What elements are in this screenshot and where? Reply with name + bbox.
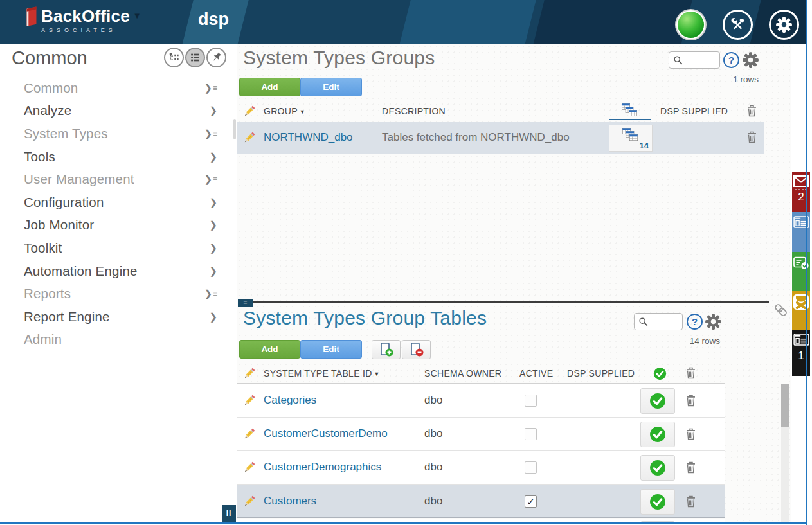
delete-icon[interactable] [685, 395, 696, 407]
admin-tools-button[interactable] [723, 10, 753, 40]
sidebar-collapse-tab[interactable]: II [222, 505, 236, 522]
submenu-list-icon: ≡ [213, 129, 217, 138]
schema-owner-cell: dbo [424, 461, 442, 474]
search-icon [638, 317, 648, 326]
sidebar-item-user-management[interactable]: User Management ❯≡ [0, 168, 233, 191]
tree-view-button[interactable] [164, 48, 184, 67]
column-header-dsp-supplied[interactable]: DSP SUPPLIED [660, 106, 728, 116]
sidebar-item-tools[interactable]: Tools ❯ [0, 145, 233, 168]
add-button[interactable]: Add [239, 340, 300, 359]
scrollbar-thumb[interactable] [781, 384, 789, 427]
search-input[interactable] [648, 314, 682, 330]
table-id-link[interactable]: Categories [264, 394, 316, 407]
table-row[interactable]: Categories dbo ✓ [237, 384, 725, 418]
sidebar-item-admin[interactable]: Admin [0, 328, 233, 351]
submenu-list-icon: ≡ [213, 289, 217, 298]
sidebar-item-system-types[interactable]: System Types ❯≡ [0, 122, 233, 145]
table-id-link[interactable]: CustomerDemographics [264, 461, 381, 474]
tree-view-icon [168, 51, 180, 64]
active-checkbox[interactable]: ✓ [525, 428, 537, 440]
sidebar-item-analyze[interactable]: Analyze ❯ [0, 100, 233, 123]
sidebar-item-reports[interactable]: Reports ❯≡ [0, 282, 233, 305]
sort-desc-icon: ▼ [374, 371, 380, 377]
column-header-description[interactable]: DESCRIPTION [382, 106, 446, 116]
remove-tables-button[interactable] [402, 340, 431, 359]
brand-flag-icon [24, 6, 39, 27]
table-row[interactable]: CustomerCustomerDemo dbo ✓ [237, 418, 725, 451]
activate-button[interactable] [640, 388, 675, 414]
delete-column-icon [746, 105, 757, 117]
dock-divider [795, 189, 807, 190]
page-title: System Types Groups [243, 47, 435, 69]
help-button[interactable]: ? [687, 314, 703, 330]
edit-pencil-icon [242, 105, 256, 118]
sidebar-item-automation-engine[interactable]: Automation Engine ❯ [0, 260, 233, 283]
window-border-bottom [0, 522, 807, 524]
edit-pencil-icon[interactable] [242, 394, 256, 407]
pin-button[interactable] [206, 48, 226, 67]
edit-pencil-icon[interactable] [242, 131, 256, 145]
sidebar-item-job-monitor[interactable]: Job Monitor ❯ [0, 214, 233, 237]
sidebar-item-common[interactable]: Common ❯≡ [0, 76, 233, 100]
brand-caret-icon[interactable]: ▼ [133, 6, 141, 26]
edit-button[interactable]: Edit [300, 78, 362, 96]
column-header-active[interactable]: ACTIVE [519, 368, 553, 378]
column-header-group[interactable]: GROUP▼ [264, 106, 305, 116]
activate-button[interactable] [640, 489, 675, 515]
check-circle-icon [649, 426, 666, 443]
table-id-link[interactable]: Customers [264, 495, 316, 508]
sidebar-scrollbar-thumb[interactable] [233, 119, 236, 139]
add-button[interactable]: Add [239, 78, 300, 96]
check-icon: ✓ [527, 497, 535, 506]
gear-icon [775, 16, 793, 33]
tables-drilldown-button[interactable]: 14 [609, 125, 653, 152]
vertical-scrollbar[interactable] [781, 384, 789, 522]
delete-icon[interactable] [685, 495, 696, 508]
tools-icon [730, 17, 746, 33]
active-checkbox[interactable]: ✓ [525, 395, 537, 407]
dock-divider [795, 348, 807, 348]
check-circle-icon [649, 459, 666, 476]
help-button[interactable]: ? [723, 52, 739, 68]
delete-icon[interactable] [746, 131, 757, 143]
edit-pencil-icon[interactable] [242, 461, 256, 474]
activate-button[interactable] [640, 455, 675, 481]
add-tables-button[interactable] [372, 340, 401, 359]
row-count: 14 rows [643, 336, 720, 346]
column-header-table-id[interactable]: SYSTEM TYPE TABLE ID▼ [264, 368, 380, 378]
column-header-schema-owner[interactable]: SCHEMA OWNER [424, 368, 501, 378]
table-row[interactable]: CustomerDemographics dbo ✓ [237, 451, 725, 485]
edit-pencil-icon[interactable] [242, 427, 256, 441]
page-title: System Types Group Tables [243, 307, 487, 329]
column-header-dsp-supplied[interactable]: DSP SUPPLIED [567, 368, 635, 378]
sidebar-item-toolkit[interactable]: Toolkit ❯ [0, 236, 233, 260]
system-types-groups-panel: System Types Groups ? 1 rows Add Edit GR… [237, 44, 791, 300]
sidebar-view-switcher [164, 48, 226, 67]
grid-settings-button[interactable] [742, 51, 759, 71]
sidebar-item-report-engine[interactable]: Report Engine ❯ [0, 305, 233, 328]
settings-button[interactable] [769, 10, 799, 40]
tables-column-icon[interactable] [622, 103, 638, 118]
description-cell: Tables fetched from NORTHWND_dbo [382, 131, 570, 144]
delete-icon[interactable] [685, 428, 696, 440]
table-id-link[interactable]: CustomerCustomerDemo [264, 427, 388, 440]
active-checkbox[interactable]: ✓ [525, 461, 537, 474]
topbar-stripe [532, 0, 694, 44]
search-input[interactable] [683, 52, 719, 68]
edit-button[interactable]: Edit [300, 340, 362, 359]
activate-button[interactable] [640, 422, 675, 447]
delete-icon[interactable] [685, 461, 696, 474]
table-row[interactable]: NORTHWND_dbo Tables fetched from NORTHWN… [237, 122, 764, 154]
table-row[interactable]: Customers dbo ✓ [237, 485, 725, 518]
tables-column-underline [609, 119, 651, 120]
sidebar-item-configuration[interactable]: Configuration ❯ [0, 191, 233, 214]
active-checkbox[interactable]: ✓ [525, 495, 537, 508]
grid-settings-button[interactable] [705, 313, 722, 332]
status-indicator[interactable] [675, 9, 707, 40]
brand-logo[interactable]: BackOffice ▼ [24, 6, 141, 27]
edit-pencil-icon[interactable] [242, 495, 256, 508]
group-link[interactable]: NORTHWND_dbo [264, 131, 353, 144]
activate-column-icon[interactable] [653, 367, 667, 380]
brand-subtitle: ASSOCIATES [41, 27, 116, 33]
list-view-button[interactable] [185, 48, 205, 67]
